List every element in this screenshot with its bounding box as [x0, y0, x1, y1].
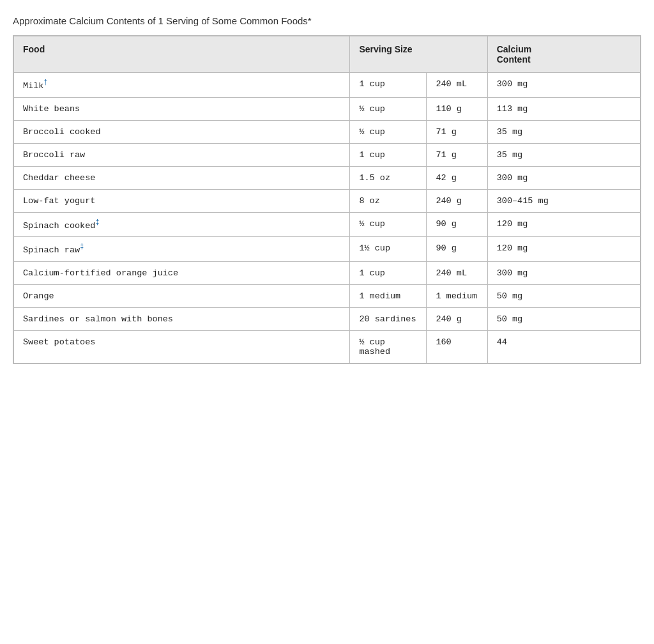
serving-amount-cell: 1 cup	[350, 73, 427, 98]
serving-amount-cell: 20 sardines	[350, 307, 427, 330]
table-row: Calcium-fortified orange juice1 cup240 m…	[14, 261, 641, 284]
page-title: Approximate Calcium Contents of 1 Servin…	[13, 15, 641, 26]
serving-unit-cell: 240 mL	[427, 261, 487, 284]
food-cell: Broccoli cooked	[14, 120, 350, 143]
serving-amount-cell: 1 cup	[350, 261, 427, 284]
food-cell: Low-fat yogurt	[14, 189, 350, 212]
header-food: Food	[14, 36, 350, 73]
table-row: White beans½ cup110 g113 mg	[14, 97, 641, 120]
food-cell: Sardines or salmon with bones	[14, 307, 350, 330]
table-row: Sweet potatoes½ cupmashed16044	[14, 330, 641, 363]
table-row: Sardines or salmon with bones20 sardines…	[14, 307, 641, 330]
serving-unit-cell: 71 g	[427, 120, 487, 143]
food-cell: Spinach cooked‡	[14, 212, 350, 237]
serving-unit-cell: 71 g	[427, 143, 487, 166]
serving-amount-cell: 1 cup	[350, 143, 427, 166]
table-row: Spinach raw‡1½ cup90 g120 mg	[14, 237, 641, 262]
food-cell: Milk†	[14, 73, 350, 98]
calcium-cell: 120 mg	[487, 237, 640, 262]
table-header-row: Food Serving Size CalciumContent	[14, 36, 641, 73]
table-row: Milk†1 cup240 mL300 mg	[14, 73, 641, 98]
food-cell: Calcium-fortified orange juice	[14, 261, 350, 284]
header-serving-size: Serving Size	[350, 36, 487, 73]
food-cell: Spinach raw‡	[14, 237, 350, 262]
serving-unit-cell: 42 g	[427, 166, 487, 189]
calcium-cell: 35 mg	[487, 143, 640, 166]
serving-unit-cell: 110 g	[427, 97, 487, 120]
serving-amount-cell: ½ cup	[350, 120, 427, 143]
calcium-cell: 50 mg	[487, 307, 640, 330]
serving-amount-cell: ½ cup	[350, 212, 427, 237]
calcium-cell: 113 mg	[487, 97, 640, 120]
serving-amount-cell: 8 oz	[350, 189, 427, 212]
food-cell: Orange	[14, 284, 350, 307]
calcium-table: Food Serving Size CalciumContent Milk†1 …	[13, 36, 641, 364]
serving-unit-cell: 240 g	[427, 189, 487, 212]
serving-amount-cell: 1 medium	[350, 284, 427, 307]
calcium-cell: 300 mg	[487, 261, 640, 284]
table-row: Low-fat yogurt8 oz240 g300–415 mg	[14, 189, 641, 212]
table-row: Broccoli cooked½ cup71 g35 mg	[14, 120, 641, 143]
calcium-cell: 300–415 mg	[487, 189, 640, 212]
food-cell: Broccoli raw	[14, 143, 350, 166]
serving-amount-cell: 1.5 oz	[350, 166, 427, 189]
table-row: Spinach cooked‡½ cup90 g120 mg	[14, 212, 641, 237]
calcium-cell: 300 mg	[487, 166, 640, 189]
serving-unit-cell: 1 medium	[427, 284, 487, 307]
food-cell: White beans	[14, 97, 350, 120]
table-row: Orange1 medium1 medium50 mg	[14, 284, 641, 307]
serving-amount-cell: ½ cup	[350, 97, 427, 120]
header-calcium: CalciumContent	[487, 36, 640, 73]
table-body: Milk†1 cup240 mL300 mgWhite beans½ cup11…	[14, 73, 641, 364]
food-cell: Sweet potatoes	[14, 330, 350, 363]
serving-unit-cell: 240 mL	[427, 73, 487, 98]
serving-amount-cell: ½ cupmashed	[350, 330, 427, 363]
table-wrapper: Food Serving Size CalciumContent Milk†1 …	[13, 35, 641, 364]
calcium-cell: 50 mg	[487, 284, 640, 307]
table-row: Broccoli raw1 cup71 g35 mg	[14, 143, 641, 166]
serving-unit-cell: 240 g	[427, 307, 487, 330]
serving-amount-cell: 1½ cup	[350, 237, 427, 262]
calcium-cell: 44	[487, 330, 640, 363]
serving-unit-cell: 90 g	[427, 237, 487, 262]
food-cell: Cheddar cheese	[14, 166, 350, 189]
serving-unit-cell: 160	[427, 330, 487, 363]
calcium-cell: 35 mg	[487, 120, 640, 143]
table-row: Cheddar cheese1.5 oz42 g300 mg	[14, 166, 641, 189]
serving-unit-cell: 90 g	[427, 212, 487, 237]
calcium-cell: 120 mg	[487, 212, 640, 237]
calcium-cell: 300 mg	[487, 73, 640, 98]
